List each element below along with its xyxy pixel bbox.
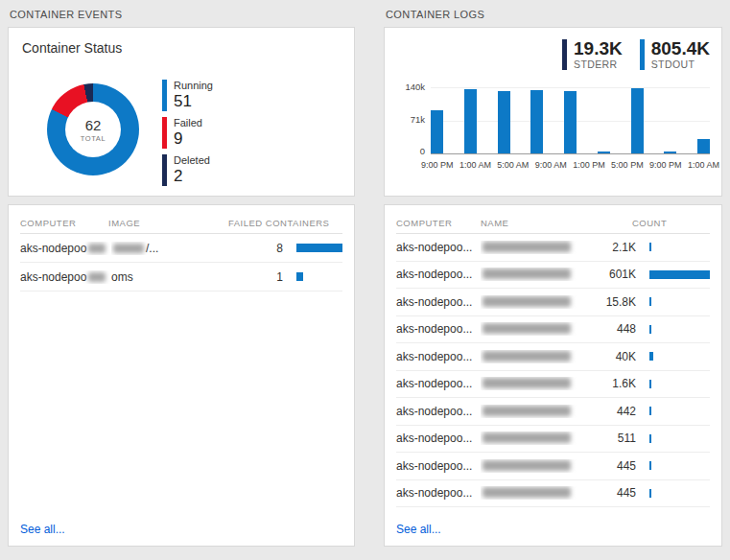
- stat-value: 805.4K: [651, 39, 710, 58]
- name-cell: [481, 241, 596, 254]
- name-cell: [481, 268, 596, 281]
- name-cell: [481, 295, 596, 309]
- count-bar: [296, 272, 303, 281]
- events-panel-header: CONTAINER EVENTS: [10, 9, 122, 20]
- count-bar: [649, 407, 651, 415]
- count-value: 2.1K: [596, 241, 642, 254]
- log-stat[interactable]: 805.4K STDOUT: [640, 39, 710, 70]
- redacted-text: [483, 351, 571, 362]
- column-header-computer: COMPUTER: [20, 218, 108, 228]
- table-row[interactable]: aks-nodepoo... 2.1K: [396, 234, 710, 262]
- count-bar: [649, 434, 651, 443]
- x-tick-label: 5:00 AM: [497, 160, 529, 170]
- donut-total-label: TOTAL: [81, 134, 106, 143]
- table-row[interactable]: aks-nodepoo... 445: [396, 453, 710, 480]
- table-row[interactable]: aks-nodepoo... 448: [396, 316, 710, 344]
- log-count-bar[interactable]: [431, 110, 443, 153]
- see-all-link[interactable]: See all...: [20, 523, 65, 536]
- stat-label: STDOUT: [651, 58, 710, 70]
- count-bar: [649, 325, 651, 334]
- count-value: 445: [596, 459, 642, 473]
- y-tick-label: 0: [420, 146, 425, 156]
- legend-label: Deleted: [174, 154, 210, 166]
- image-cell: oms: [111, 270, 236, 284]
- count-bar: [649, 270, 710, 279]
- name-cell: [481, 350, 596, 363]
- log-count-bar[interactable]: [498, 91, 510, 153]
- x-tick-label: 1:00 PM: [573, 160, 605, 170]
- log-stats: 19.3K STDERR 805.4K STDOUT: [562, 39, 710, 70]
- redacted-text: [483, 378, 571, 388]
- table-row[interactable]: aks-nodepoo... 601K: [396, 262, 710, 290]
- table-row[interactable]: aks-nodepoo... 40K: [396, 343, 710, 371]
- name-cell: [481, 486, 596, 500]
- log-count-bar[interactable]: [697, 139, 710, 154]
- table-row[interactable]: aks-nodepoo oms 1: [20, 263, 342, 292]
- log-count-bar[interactable]: [530, 90, 543, 153]
- x-tick-label: 1:00 AM: [688, 160, 719, 170]
- y-axis-labels: 140k71k0: [390, 82, 425, 156]
- count-bar: [649, 297, 651, 306]
- legend-item[interactable]: Failed 9: [162, 117, 213, 149]
- donut-center: 62 TOTAL: [65, 102, 121, 157]
- table-row[interactable]: aks-nodepoo... 1.6K: [396, 371, 710, 399]
- table-row[interactable]: aks-nodepoo... 445: [396, 480, 710, 508]
- log-count-bar[interactable]: [464, 89, 477, 153]
- legend-color-marker: [162, 117, 167, 149]
- redacted-text: [483, 323, 571, 334]
- column-header-failed-containers: FAILED CONTAINERS: [228, 218, 342, 228]
- container-logs-chart-card: 19.3K STDERR 805.4K STDOUT 140k71k0 9:00…: [384, 27, 722, 197]
- log-count-bar[interactable]: [631, 88, 644, 153]
- legend-value: 9: [174, 129, 202, 149]
- donut-total-value: 62: [85, 117, 102, 133]
- computer-cell: aks-nodepoo...: [396, 295, 481, 309]
- legend-item[interactable]: Deleted 2: [162, 154, 213, 186]
- y-tick-label: 71k: [411, 114, 425, 125]
- log-count-bar[interactable]: [598, 152, 610, 154]
- x-tick-label: 1:00 AM: [459, 160, 491, 170]
- x-tick-label: 9:00 PM: [649, 160, 682, 170]
- table-row[interactable]: aks-nodepoo /... 8: [20, 234, 342, 263]
- computer-cell: aks-nodepoo...: [396, 459, 481, 473]
- redacted-text: [113, 244, 144, 253]
- legend-label: Running: [174, 80, 213, 91]
- name-cell: [481, 377, 596, 390]
- log-stat[interactable]: 19.3K STDERR: [562, 39, 623, 70]
- column-header-count: COUNT: [596, 218, 710, 228]
- computer-cell: aks-nodepoo...: [396, 377, 481, 390]
- column-header-computer: COMPUTER: [396, 218, 481, 228]
- count-value: 15.8K: [596, 295, 642, 309]
- redacted-text: [483, 460, 571, 471]
- computer-cell: aks-nodepoo...: [396, 486, 481, 500]
- count-bar: [649, 461, 651, 470]
- see-all-link[interactable]: See all...: [396, 523, 441, 536]
- legend-item[interactable]: Running 51: [162, 80, 213, 111]
- computer-cell: aks-nodepoo...: [396, 350, 481, 363]
- count-value: 448: [596, 322, 642, 336]
- container-status-donut-chart[interactable]: 62 TOTAL: [47, 83, 139, 175]
- x-axis-labels: 9:00 PM1:00 AM5:00 AM9:00 AM1:00 PM5:00 …: [421, 160, 719, 170]
- computer-cell: aks-nodepoo: [20, 270, 111, 284]
- table-row[interactable]: aks-nodepoo... 15.8K: [396, 289, 710, 316]
- logs-panel-header: CONTAINER LOGS: [386, 9, 484, 20]
- count-value: 445: [596, 486, 642, 500]
- count-value: 511: [596, 432, 642, 445]
- legend-label: Failed: [174, 117, 202, 128]
- redacted-text: [483, 487, 571, 498]
- name-cell: [481, 459, 596, 473]
- log-count-bar[interactable]: [564, 91, 577, 153]
- log-count-bar[interactable]: [664, 152, 676, 154]
- stat-value: 19.3K: [574, 39, 623, 58]
- table-header: COMPUTER IMAGE FAILED CONTAINERS: [20, 213, 342, 234]
- legend-color-marker: [162, 80, 167, 111]
- column-header-name: NAME: [481, 218, 596, 228]
- table-row[interactable]: aks-nodepoo... 442: [396, 398, 710, 426]
- name-cell: [481, 432, 596, 445]
- redacted-text: [483, 296, 571, 307]
- count-value: 1: [236, 270, 289, 284]
- count-value: 40K: [596, 350, 642, 363]
- name-cell: [481, 405, 596, 418]
- table-row[interactable]: aks-nodepoo... 511: [396, 426, 710, 454]
- computer-cell: aks-nodepoo...: [396, 322, 481, 336]
- computer-cell: aks-nodepoo...: [396, 432, 481, 445]
